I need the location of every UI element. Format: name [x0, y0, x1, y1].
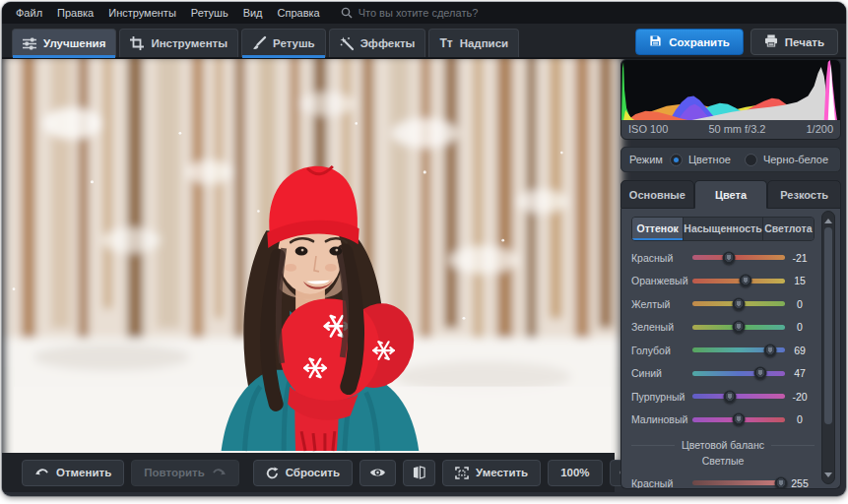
- slider-label: Желтый: [631, 298, 692, 310]
- menu-item-1[interactable]: Правка: [57, 7, 94, 19]
- reset-icon: [266, 467, 279, 479]
- slider-label: Синий: [631, 367, 692, 379]
- tab-tools[interactable]: Инструменты: [119, 29, 238, 57]
- iso-value: ISO 100: [628, 123, 668, 135]
- photo-canvas[interactable]: [12, 63, 613, 453]
- slider-handle[interactable]: [775, 476, 788, 489]
- panel-tab-sharpness[interactable]: Резкость: [767, 180, 841, 209]
- slider-value: 0: [785, 298, 815, 310]
- slider-handle[interactable]: [733, 413, 746, 426]
- slider-yellow: Желтый 0: [631, 292, 815, 316]
- slider-label: Пурпурный: [631, 391, 692, 403]
- mode-options: Цветное Черно-белое: [670, 154, 828, 166]
- preview-original-button[interactable]: [359, 460, 396, 486]
- search-icon: [341, 7, 353, 19]
- search-box[interactable]: Что вы хотите сделать?: [341, 7, 479, 19]
- print-button[interactable]: Печать: [750, 29, 838, 55]
- slider-red: Красный -21: [631, 246, 815, 270]
- slider-track[interactable]: [692, 347, 785, 352]
- header-actions: Сохранить Печать: [635, 29, 838, 55]
- slider-handle[interactable]: [754, 367, 767, 380]
- slider-track[interactable]: [692, 255, 785, 260]
- color-balance-title: Цветовой баланс: [631, 435, 815, 455]
- slider-value: 255: [785, 477, 815, 489]
- sub-tab-hue[interactable]: Оттенок: [632, 218, 684, 240]
- slider-handle[interactable]: [723, 251, 736, 264]
- sub-tabs: ОттенокНасыщенностьСветлота: [631, 217, 815, 241]
- slider-handle[interactable]: [723, 390, 736, 403]
- slider-label: Оранжевый: [631, 275, 692, 286]
- histogram-plot: [621, 60, 840, 120]
- slider-label: Красный: [631, 252, 692, 264]
- tab-enhance[interactable]: Улучшения: [12, 29, 116, 57]
- panel-tab-colors[interactable]: Цвета: [694, 180, 768, 209]
- slider-label: Голубой: [631, 345, 692, 356]
- redo-icon: [212, 467, 227, 478]
- radio-off-icon: [745, 154, 757, 166]
- slider-track[interactable]: [692, 279, 785, 284]
- slider-label: Зеленый: [631, 321, 692, 333]
- slider-track[interactable]: [692, 325, 785, 330]
- brush-icon: [252, 36, 266, 50]
- text-icon: Tт: [439, 36, 452, 50]
- colors-panel: ОттенокНасыщенностьСветлота Красный -21 …: [620, 209, 841, 489]
- slider-purple: Пурпурный -20: [631, 385, 815, 409]
- slider-value: 47: [785, 367, 815, 379]
- fit-button[interactable]: Уместить: [442, 460, 541, 486]
- panel-tabs: ОсновныеЦветаРезкость: [620, 180, 841, 209]
- menubar: ФайлПравкаИнструментыРетушьВидСправка Чт…: [2, 2, 846, 24]
- slider-handle[interactable]: [733, 297, 746, 310]
- search-placeholder: Что вы хотите сделать?: [359, 7, 479, 19]
- menu-item-3[interactable]: Ретушь: [191, 7, 228, 19]
- slider-track[interactable]: [692, 301, 785, 306]
- histogram-card: ISO 100 50 mm f/3.2 1/200: [620, 59, 841, 140]
- save-button[interactable]: Сохранить: [635, 29, 744, 55]
- menu-item-4[interactable]: Вид: [243, 7, 263, 19]
- tabbar: Улучшения Инструменты Ретушь Эффекты TтН…: [2, 24, 846, 59]
- menu-item-2[interactable]: Инструменты: [108, 7, 176, 19]
- panel-tab-basic[interactable]: Основные: [620, 180, 694, 209]
- photo-winter-portrait: [14, 65, 611, 451]
- slider-track[interactable]: [692, 417, 785, 422]
- slider-track[interactable]: [692, 394, 785, 399]
- slider-value: -21: [785, 252, 815, 264]
- slider-handle[interactable]: [733, 321, 746, 334]
- mode-option-bw[interactable]: Черно-белое: [745, 154, 828, 166]
- slider-value: 0: [785, 413, 815, 425]
- sub-tab-lightness[interactable]: Светлота: [763, 218, 814, 240]
- bottom-toolbar: Отменить Повторить Сбросить: [2, 453, 615, 492]
- menu-item-0[interactable]: Файл: [16, 7, 42, 19]
- scroll-up-icon[interactable]: [823, 214, 833, 227]
- hue-sliders: Красный -21 Оранжевый 15 Желтый 0 Зелены…: [631, 246, 815, 431]
- redo-button[interactable]: Повторить: [131, 460, 239, 486]
- undo-icon: [34, 467, 49, 478]
- undo-button[interactable]: Отменить: [22, 460, 124, 486]
- crop-icon: [130, 36, 144, 50]
- zoom-100-button[interactable]: 100%: [548, 460, 602, 486]
- slider-value: 0: [785, 321, 815, 333]
- mode-label: Режим: [629, 154, 663, 165]
- slider-track[interactable]: [692, 371, 785, 376]
- slider-magenta: Малиновый 0: [631, 409, 815, 432]
- save-icon: [649, 34, 662, 49]
- mode-option-color[interactable]: Цветное: [670, 154, 731, 166]
- slider-value: 69: [785, 345, 815, 356]
- sub-tab-saturation[interactable]: Насыщенность: [684, 218, 762, 240]
- tab-effects[interactable]: Эффекты: [329, 29, 426, 57]
- color-balance-sliders: Красный 255 Зеленый 255 Синий 255: [631, 472, 815, 489]
- tab-retouch[interactable]: Ретушь: [241, 29, 326, 57]
- tab-captions[interactable]: TтНадписи: [428, 29, 519, 57]
- scrollbar-thumb[interactable]: [824, 227, 832, 424]
- reset-button[interactable]: Сбросить: [253, 460, 353, 486]
- menu-item-5[interactable]: Справка: [278, 7, 320, 19]
- panel-scrollbar[interactable]: [821, 211, 835, 484]
- slider-value: 15: [785, 275, 815, 286]
- slider-track[interactable]: [692, 480, 785, 485]
- slider-value: -20: [785, 391, 815, 403]
- scroll-down-icon[interactable]: [823, 468, 833, 481]
- before-after-button[interactable]: [403, 460, 435, 486]
- slider-handle[interactable]: [740, 275, 752, 287]
- slider-handle[interactable]: [764, 344, 777, 356]
- slider-label: Малиновый: [631, 413, 692, 425]
- slider-label: Красный: [631, 477, 692, 489]
